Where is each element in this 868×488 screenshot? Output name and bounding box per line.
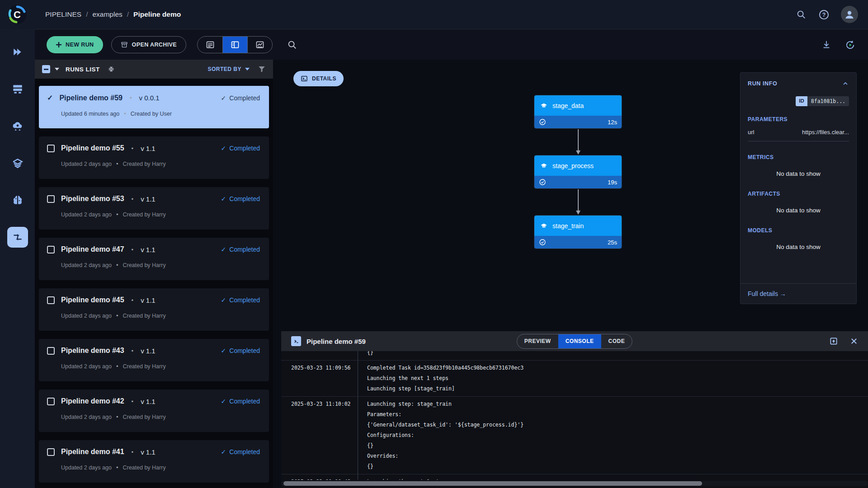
run-checkbox[interactable]	[47, 195, 55, 203]
log-timestamp	[281, 351, 358, 360]
run-title: Pipeline demo #41	[61, 448, 124, 456]
log-line: Parameters:	[367, 409, 868, 420]
tab-preview[interactable]: PREVIEW	[517, 334, 558, 348]
open-in-new-icon[interactable]	[829, 337, 838, 346]
run-status-badge: ✓ Completed	[221, 347, 260, 354]
open-archive-button[interactable]: OPEN ARCHIVE	[111, 36, 187, 53]
run-list-item[interactable]: ✓ Pipeline demo #43 • v 1.1 ✓ Completed …	[39, 339, 269, 381]
run-list-item[interactable]: ✓ Pipeline demo #45 • v 1.1 ✓ Completed …	[39, 288, 269, 331]
pipeline-node[interactable]: stage_data 12s	[534, 95, 622, 128]
parameter-value[interactable]: https://files.clear...	[802, 129, 849, 136]
sidebar-item-models[interactable]	[7, 190, 28, 211]
help-icon[interactable]: ?	[818, 9, 829, 20]
terminal-icon	[301, 75, 308, 82]
run-created: Created by Harry	[123, 211, 165, 218]
run-list-item[interactable]: ✓ Pipeline demo #59 • v 0.0.1 ✓ Complete…	[39, 86, 269, 128]
run-list-item[interactable]: ✓ Pipeline demo #53 • v 1.1 ✓ Completed …	[39, 187, 269, 230]
console-log[interactable]: {} 2025-03-23 11:09:56 Completed Task id…	[281, 351, 868, 480]
parameter-row: url https://files.clear...	[748, 122, 849, 141]
run-checkbox[interactable]	[47, 145, 55, 152]
sorted-by-dropdown[interactable]: SORTED BY	[208, 66, 250, 72]
search-icon[interactable]	[796, 9, 807, 20]
details-button[interactable]: DETAILS	[293, 71, 344, 86]
top-bar: C PIPELINES / examples / Pipeline demo ?	[0, 0, 868, 29]
table-view-button[interactable]	[198, 37, 222, 53]
run-list-item[interactable]: ✓ Pipeline demo #47 • v 1.1 ✓ Completed …	[39, 238, 269, 280]
sorted-by-label: SORTED BY	[208, 66, 241, 72]
sidebar-item-projects[interactable]	[7, 42, 28, 62]
run-title: Pipeline demo #53	[61, 195, 124, 203]
brain-icon	[12, 194, 24, 206]
run-version: v 0.0.1	[139, 94, 160, 102]
run-checkbox[interactable]	[47, 448, 55, 456]
runs-list-header: RUNS LIST SORTED BY	[35, 60, 273, 79]
chart-view-button[interactable]	[247, 37, 272, 53]
run-updated: Updated 2 days ago	[61, 363, 112, 370]
select-all-checkbox[interactable]	[42, 65, 50, 73]
run-created: Created by User	[131, 111, 172, 117]
run-status-badge: ✓ Completed	[221, 145, 260, 152]
sidebar-item-workers-queues[interactable]	[7, 79, 28, 99]
user-avatar[interactable]	[841, 6, 858, 23]
row-density-icon[interactable]	[107, 65, 115, 73]
run-status-label: Completed	[229, 246, 260, 253]
terminal-icon	[291, 336, 301, 346]
run-checkbox[interactable]	[47, 347, 55, 355]
run-checkbox[interactable]	[47, 296, 55, 304]
sidebar-item-applications[interactable]	[7, 116, 28, 136]
runs-list-items: ✓ Pipeline demo #59 • v 0.0.1 ✓ Complete…	[35, 79, 273, 483]
edge-arrow-icon	[578, 129, 579, 151]
filter-search-icon[interactable]	[287, 40, 297, 50]
full-details-link[interactable]: Full details →	[741, 283, 856, 304]
tab-code[interactable]: CODE	[601, 334, 632, 348]
scrollbar-thumb[interactable]	[283, 481, 702, 486]
console-panel: Pipeline demo #59 PREVIEW CONSOLE CODE {…	[281, 331, 868, 488]
pipeline-node[interactable]: stage_process 19s	[534, 155, 622, 188]
separator-dot: •	[116, 413, 118, 420]
split-view-button[interactable]	[222, 37, 247, 53]
step-icon	[540, 102, 548, 110]
tab-console[interactable]: CONSOLE	[558, 334, 601, 348]
runs-panel: RUNS LIST SORTED BY ✓ Pipeline demo #59 …	[35, 60, 273, 488]
run-list-item[interactable]: ✓ Pipeline demo #55 • v 1.1 ✓ Completed …	[39, 136, 269, 179]
download-icon[interactable]	[821, 40, 831, 50]
filter-funnel-icon[interactable]	[258, 65, 266, 73]
separator-dot: •	[116, 160, 118, 167]
pipelines-icon	[12, 231, 24, 243]
runs-list-title: RUNS LIST	[66, 66, 100, 73]
breadcrumb-pipelines[interactable]: PIPELINES	[45, 10, 81, 19]
sidebar-item-datasets[interactable]	[7, 153, 28, 174]
pipeline-node[interactable]: stage_train 25s	[534, 216, 622, 249]
select-menu-caret-icon[interactable]	[55, 68, 59, 70]
separator-dot: •	[116, 211, 118, 218]
separator-dot: •	[132, 449, 134, 455]
auto-refresh-icon[interactable]	[845, 40, 855, 50]
separator-dot: •	[116, 464, 118, 471]
separator-dot: •	[132, 297, 134, 304]
close-icon[interactable]	[850, 337, 858, 345]
run-list-item[interactable]: ✓ Pipeline demo #42 • v 1.1 ✓ Completed …	[39, 389, 269, 432]
separator-dot: •	[132, 398, 134, 405]
projects-icon	[12, 46, 24, 58]
app-root: C PIPELINES / examples / Pipeline demo ?	[0, 0, 868, 488]
layers-icon	[12, 157, 24, 169]
models-heading: MODELS	[748, 227, 849, 234]
sidebar-item-pipelines[interactable]	[7, 227, 28, 248]
breadcrumb-examples[interactable]: examples	[92, 10, 122, 19]
run-checkbox[interactable]	[47, 398, 55, 405]
new-run-button[interactable]: NEW RUN	[47, 36, 103, 53]
run-version: v 1.1	[141, 246, 156, 253]
run-updated: Updated 2 days ago	[61, 465, 112, 471]
edge-arrow-icon	[578, 189, 579, 211]
run-created: Created by Harry	[123, 465, 165, 471]
run-list-item[interactable]: ✓ Pipeline demo #41 • v 1.1 ✓ Completed …	[39, 440, 269, 483]
node-name: stage_process	[552, 162, 594, 169]
run-id-chip[interactable]: ID 8fa1081b...	[796, 96, 849, 106]
run-checkbox[interactable]	[47, 246, 55, 253]
status-check-icon: ✓	[221, 246, 226, 253]
sorted-by-caret-icon	[245, 68, 250, 70]
log-line: {}	[367, 351, 868, 358]
svg-text:C: C	[14, 9, 21, 20]
collapse-chevron-icon[interactable]	[842, 80, 849, 87]
clearml-logo[interactable]: C	[7, 5, 27, 24]
